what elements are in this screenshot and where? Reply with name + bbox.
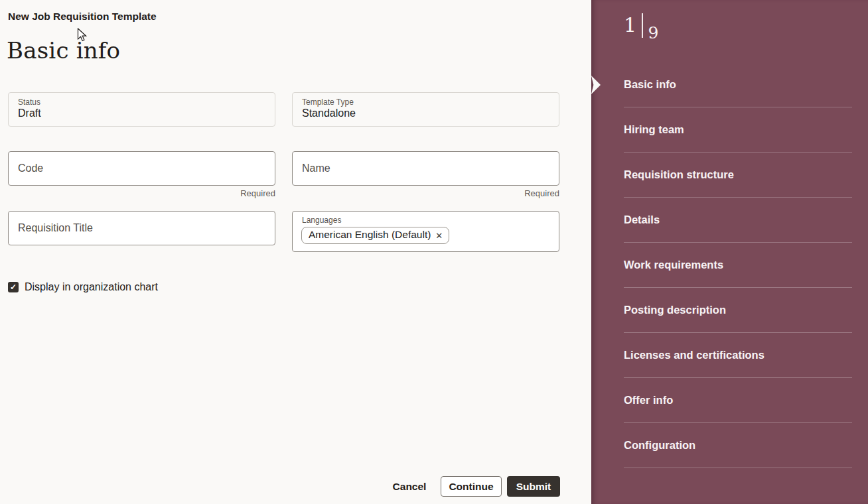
name-required-hint: Required [292,188,559,198]
name-input[interactable] [292,151,559,186]
org-chart-checkbox-label: Display in organization chart [25,281,158,293]
step-counter: 1 9 [624,12,659,41]
step-item-offer-info[interactable]: Offer info [624,378,852,423]
languages-field[interactable]: Languages American English (Default) ✕ [292,211,559,252]
template-type-value: Standalone [302,107,356,119]
template-type-label: Template Type [302,97,549,107]
org-chart-checkbox[interactable]: ✓ [8,282,19,292]
step-item-requisition-structure[interactable]: Requisition structure [624,153,852,198]
checkbox-check-icon: ✓ [10,283,17,291]
step-item-hiring-team[interactable]: Hiring team [624,107,852,153]
step-item-work-requirements[interactable]: Work requirements [624,243,852,288]
chip-remove-icon[interactable]: ✕ [435,230,443,240]
status-label: Status [18,97,265,107]
continue-button[interactable]: Continue [441,476,502,497]
step-list: Basic info Hiring team Requisition struc… [591,62,868,468]
code-required-hint: Required [8,188,275,198]
mouse-cursor-icon [77,28,88,42]
languages-label: Languages [302,216,549,225]
status-value: Draft [18,107,41,119]
code-input[interactable] [8,151,275,186]
step-item-posting-description[interactable]: Posting description [624,288,852,333]
step-separator [642,13,643,38]
org-chart-checkbox-row: ✓ Display in organization chart [8,281,158,293]
step-current: 1 [624,15,636,35]
step-item-details[interactable]: Details [624,198,852,243]
step-item-licenses-and-certifications[interactable]: Licenses and certifications [624,333,852,378]
journey-steps-panel: 1 9 Basic info Hiring team Requisition s… [591,0,868,504]
requisition-title-input[interactable] [8,211,275,245]
submit-button[interactable]: Submit [507,476,560,497]
page-header-title: New Job Requisition Template [8,11,157,23]
template-type-field: Template Type Standalone [292,92,559,127]
language-chip-label: American English (Default) [309,229,431,241]
step-item-configuration[interactable]: Configuration [624,423,852,468]
cancel-button[interactable]: Cancel [389,476,430,497]
status-field: Status Draft [8,92,275,127]
language-chip: American English (Default) ✕ [301,227,449,244]
step-item-basic-info[interactable]: Basic info [624,62,852,107]
step-total: 9 [648,25,659,41]
page-title: Basic info [7,37,120,64]
